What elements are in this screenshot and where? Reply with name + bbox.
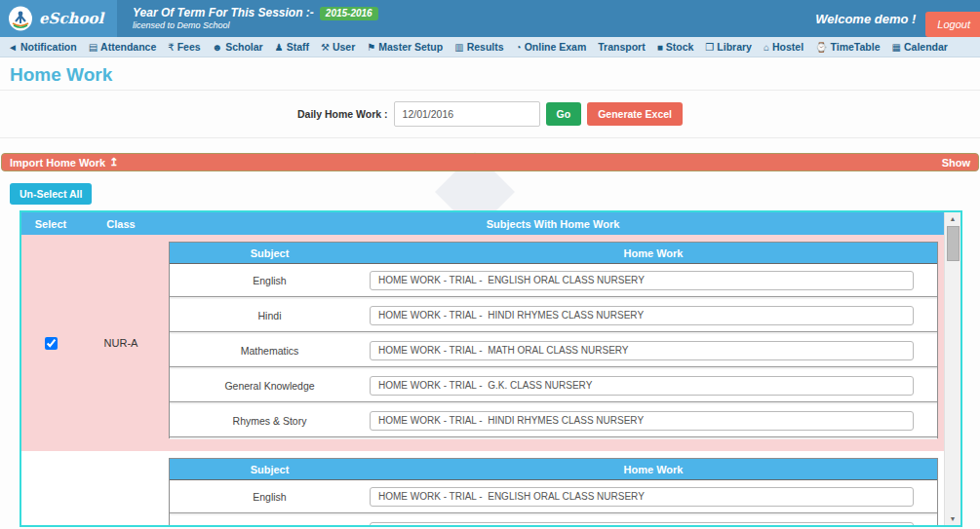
megaphone-icon: ◄ — [8, 42, 18, 53]
bell-icon: ⌚ — [815, 42, 827, 53]
subject-row: Mathematics — [170, 334, 937, 367]
homework-date-input[interactable] — [394, 101, 540, 127]
subject-row: English — [170, 264, 937, 297]
homework-input[interactable] — [370, 522, 914, 525]
class-name: NUR-A — [80, 235, 162, 451]
nav-item-fees[interactable]: ₹Fees — [168, 41, 200, 53]
main-menu: ◄Notification ▤Attendance ₹Fees ☻Scholar… — [0, 37, 980, 57]
subject-row: Hindi — [170, 299, 937, 332]
homework-input[interactable] — [370, 411, 914, 431]
import-homework-label: Import Home Work — [10, 157, 105, 169]
nav-item-transport[interactable]: Transport — [598, 41, 645, 53]
nav-item-attendance[interactable]: ▤Attendance — [89, 41, 157, 53]
subject-row: English — [170, 480, 937, 513]
building-icon: ⌂ — [764, 42, 769, 53]
class-section-next: Subject Home Work English — [21, 451, 944, 525]
class-section-nur-a: NUR-A Subject Home Work English Hindi — [21, 235, 944, 451]
nav-item-notification[interactable]: ◄Notification — [8, 41, 77, 53]
nav-item-scholar[interactable]: ☻Scholar — [213, 41, 263, 53]
subject-row: General Knowledge — [170, 369, 937, 402]
nav-item-stock[interactable]: ■Stock — [657, 41, 694, 53]
nav-item-online-exam[interactable]: ◔Online Exam — [516, 41, 587, 53]
scrollbar-thumb[interactable] — [947, 226, 960, 261]
homework-input[interactable] — [370, 341, 914, 360]
nav-item-library[interactable]: ❐Library — [705, 41, 752, 53]
subject-name: English — [170, 491, 370, 503]
unselect-all-button[interactable]: Un-Select All — [10, 183, 92, 205]
nav-item-master-setup[interactable]: ⚑Master Setup — [367, 41, 443, 53]
wrench-icon: ⚒ — [321, 42, 330, 53]
upload-icon: ↥ — [109, 156, 118, 169]
subject-header: Subject — [170, 247, 370, 259]
subject-row — [170, 515, 937, 525]
session-label: Year Of Term For This Session :- — [133, 6, 314, 19]
file-lines-icon: ▤ — [89, 42, 98, 53]
scroll-up-arrow[interactable]: ▲ — [945, 215, 960, 222]
license-text: licensed to Demo School — [133, 20, 378, 31]
brand-name: eSchool — [39, 10, 103, 27]
class-name — [80, 451, 162, 525]
homework-input[interactable] — [370, 376, 914, 396]
flag-icon: ⚑ — [367, 42, 375, 53]
subject-row: Rhymes & Story — [170, 404, 937, 437]
subject-name: Rhymes & Story — [170, 415, 370, 427]
vertical-scrollbar[interactable]: ▲ ▼ — [944, 212, 960, 525]
page-title: Home Work — [0, 57, 980, 91]
show-toggle[interactable]: Show — [942, 157, 970, 169]
book-icon: ❐ — [705, 42, 714, 53]
homework-table: Select Class Subjects With Home Work NUR… — [20, 210, 962, 527]
date-toolbar: Daily Home Work : Go Generate Excel — [0, 91, 980, 138]
session-badge: 2015-2016 — [320, 7, 378, 20]
nav-item-staff[interactable]: ♟Staff — [275, 41, 309, 53]
homework-input[interactable] — [370, 306, 914, 325]
top-header: eSchool Year Of Term For This Session :-… — [0, 0, 980, 37]
import-homework-bar[interactable]: Import Home Work ↥ Show — [1, 153, 979, 171]
subject-name: English — [170, 275, 370, 286]
rupee-icon: ₹ — [168, 42, 174, 53]
folder-icon: ■ — [657, 42, 663, 53]
clock-icon: ◔ — [516, 42, 522, 53]
users-icon: ☻ — [213, 42, 223, 53]
logout-button[interactable]: Logout — [925, 12, 980, 37]
class-select-checkbox[interactable] — [45, 337, 58, 350]
inner-table-header: Subject Home Work — [170, 459, 937, 480]
calendar-icon: ▦ — [892, 42, 901, 53]
subject-name: Mathematics — [170, 345, 370, 357]
table-header-row: Select Class Subjects With Home Work — [21, 212, 944, 235]
subject-name: General Knowledge — [170, 380, 370, 392]
inner-table-header: Subject Home Work — [170, 243, 937, 264]
chart-icon: ▥ — [454, 42, 463, 53]
homework-input[interactable] — [370, 487, 914, 507]
eschool-logo — [8, 6, 33, 31]
homework-header: Home Work — [370, 464, 937, 475]
go-button[interactable]: Go — [546, 102, 582, 126]
subject-header: Subject — [170, 464, 370, 475]
select-column-header: Select — [21, 218, 80, 230]
session-info: Year Of Term For This Session :- 2015-20… — [133, 6, 378, 30]
subject-name: Hindi — [170, 310, 370, 321]
class-column-header: Class — [80, 218, 162, 230]
nav-item-hostel[interactable]: ⌂Hostel — [764, 41, 804, 53]
nav-item-calendar[interactable]: ▦Calendar — [892, 41, 948, 53]
nav-item-timetable[interactable]: ⌚TimeTable — [815, 41, 880, 53]
subjects-column-header: Subjects With Home Work — [162, 218, 944, 230]
nav-item-user[interactable]: ⚒User — [321, 41, 355, 53]
logo-section: eSchool — [0, 0, 117, 37]
generate-excel-button[interactable]: Generate Excel — [587, 102, 683, 126]
homework-input[interactable] — [370, 271, 914, 290]
nav-item-results[interactable]: ▥Results — [454, 41, 503, 53]
scroll-down-arrow[interactable]: ▼ — [945, 515, 960, 522]
user-icon: ♟ — [275, 42, 284, 53]
daily-homework-label: Daily Home Work : — [297, 108, 388, 120]
welcome-text: Welcome demo ! — [815, 12, 916, 26]
homework-header: Home Work — [370, 247, 937, 259]
